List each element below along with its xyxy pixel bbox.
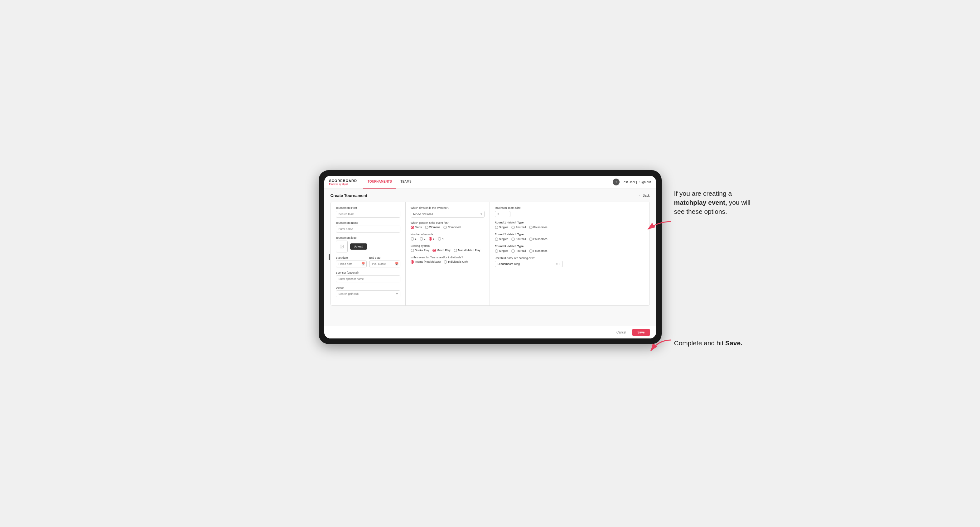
max-team-size-input[interactable]: 5 — [495, 211, 511, 217]
tournament-name-input[interactable] — [336, 225, 400, 232]
tournament-logo-label: Tournament logo — [336, 236, 400, 239]
radio-stroke — [410, 249, 414, 252]
tournament-host-group: Tournament Host — [336, 206, 400, 217]
tournament-name-label: Tournament name — [336, 221, 400, 224]
division-label: Which division is the event for? — [410, 206, 485, 210]
upload-button[interactable]: Upload — [350, 243, 367, 250]
scoring-label: Scoring system — [410, 244, 485, 248]
save-button[interactable]: Save — [632, 329, 649, 336]
round2-radio-group: Singles Fourball Foursomes — [495, 238, 563, 241]
round-1[interactable]: 1 — [410, 237, 417, 241]
tablet-frame: SCOREBOARD Powered by clippi TOURNAMENTS… — [319, 170, 662, 344]
tab-tournaments[interactable]: TOURNAMENTS — [363, 176, 396, 189]
round2-fourball[interactable]: Fourball — [511, 238, 526, 241]
back-link[interactable]: ← Back — [639, 194, 649, 197]
division-select[interactable]: NCAA Division I — [410, 211, 485, 217]
radio-mens — [410, 225, 414, 229]
middle-column: Which division is the event for? NCAA Di… — [406, 202, 490, 305]
end-date-label: End date — [369, 256, 400, 259]
round1-foursomes[interactable]: Foursomes — [529, 225, 547, 229]
tournament-name-group: Tournament name — [336, 221, 400, 232]
round-4[interactable]: 4 — [438, 237, 444, 241]
api-clear-btn[interactable]: × ↕ — [556, 262, 560, 265]
round-2[interactable]: 2 — [420, 237, 426, 241]
round3-singles[interactable]: Singles — [495, 249, 509, 253]
radio-womens — [425, 225, 428, 229]
round1-singles[interactable]: Singles — [495, 225, 509, 229]
round2-section: Round 2 - Match Type Singles Fourball — [495, 233, 563, 241]
sign-out-link[interactable]: Sign out — [640, 181, 651, 184]
nav-tabs: TOURNAMENTS TEAMS — [363, 176, 416, 189]
tournament-host-input[interactable] — [336, 211, 400, 217]
page-header: Create Tournament ← Back — [331, 193, 650, 198]
tablet-screen: SCOREBOARD Powered by clippi TOURNAMENTS… — [324, 176, 656, 338]
navbar: SCOREBOARD Powered by clippi TOURNAMENTS… — [324, 176, 656, 189]
radio-round-3 — [429, 237, 432, 241]
round3-foursomes[interactable]: Foursomes — [529, 249, 547, 253]
gender-combined[interactable]: Combined — [443, 225, 461, 229]
radio-individuals — [444, 260, 447, 264]
rounds-label: Number of rounds — [410, 233, 485, 236]
max-team-size-label: Maximum Team Size — [495, 206, 563, 210]
round3-fourball[interactable]: Fourball — [511, 249, 526, 253]
round-3[interactable]: 3 — [429, 237, 435, 241]
radio-r3-foursomes — [529, 249, 533, 253]
api-label: Use third-party live scoring API? — [495, 257, 563, 260]
radio-r1-foursomes — [529, 225, 533, 229]
annotation-bold-save: Save. — [725, 340, 742, 346]
rounds-group: Number of rounds 1 2 — [410, 233, 485, 241]
round2-singles[interactable]: Singles — [495, 238, 509, 241]
api-value: Leaderboard King — [498, 262, 520, 265]
calendar-icon-2: 📅 — [395, 262, 398, 265]
logo-placeholder — [336, 241, 348, 252]
venue-input[interactable] — [336, 290, 400, 297]
round1-label: Round 1 - Match Type — [495, 221, 563, 224]
individuals-option[interactable]: Individuals Only — [444, 260, 468, 264]
radio-combined — [443, 225, 447, 229]
radio-match — [433, 249, 436, 252]
api-group: Use third-party live scoring API? Leader… — [495, 257, 563, 267]
radio-r1-singles — [495, 225, 498, 229]
scoring-medal[interactable]: Medal Match Play — [454, 249, 480, 252]
start-date-wrapper: 📅 — [336, 260, 367, 267]
page-title: Create Tournament — [331, 193, 367, 198]
right-column: Maximum Team Size 5 Round 1 - Match Type… — [490, 202, 568, 305]
round2-foursomes[interactable]: Foursomes — [529, 238, 547, 241]
sponsor-input[interactable] — [336, 276, 400, 283]
teams-label: Is this event for Teams and/or Individua… — [410, 256, 485, 259]
user-name: Test User | — [622, 181, 637, 184]
start-date-group: Start date 📅 — [336, 256, 367, 267]
avatar: T — [613, 179, 620, 186]
sponsor-group: Sponsor (optional) — [336, 271, 400, 283]
annotation-bold-matchplay: matchplay event, — [674, 199, 727, 206]
radio-teams — [410, 260, 414, 264]
teams-option[interactable]: Teams (+Individuals) — [410, 260, 441, 264]
main-content: Create Tournament ← Back Tournament Host… — [324, 189, 656, 326]
round3-radio-group: Singles Fourball Foursomes — [495, 249, 563, 253]
teams-radio-group: Teams (+Individuals) Individuals Only — [410, 260, 485, 264]
max-team-size-group: Maximum Team Size 5 — [495, 206, 563, 217]
radio-r2-singles — [495, 238, 498, 241]
scoring-radio-group: Stroke Play Match Play Medal Match Play — [410, 249, 485, 252]
navbar-right: T Test User | Sign out — [613, 179, 651, 186]
gender-mens[interactable]: Mens — [410, 225, 422, 229]
brand: SCOREBOARD Powered by clippi — [329, 179, 357, 185]
cancel-button[interactable]: Cancel — [613, 329, 630, 336]
api-select-wrapper[interactable]: Leaderboard King × ↕ — [495, 261, 563, 267]
brand-powered: Powered by clippi — [329, 183, 357, 185]
scoring-match[interactable]: Match Play — [433, 249, 451, 252]
gender-womens[interactable]: Womens — [425, 225, 440, 229]
calendar-icon: 📅 — [361, 262, 365, 265]
brand-scoreboard: SCOREBOARD — [329, 179, 357, 183]
annotation-save: Complete and hit Save. — [674, 338, 761, 348]
tab-teams[interactable]: TEAMS — [396, 176, 416, 189]
round1-fourball[interactable]: Fourball — [511, 225, 526, 229]
venue-label: Venue — [336, 286, 400, 289]
rounds-radio-group: 1 2 3 — [410, 237, 485, 241]
division-group: Which division is the event for? NCAA Di… — [410, 206, 485, 217]
scoring-stroke[interactable]: Stroke Play — [410, 249, 430, 252]
round2-label: Round 2 - Match Type — [495, 233, 563, 236]
radio-r3-fourball — [511, 249, 515, 253]
radio-medal — [454, 249, 457, 252]
date-group: Start date 📅 End date — [336, 256, 400, 267]
